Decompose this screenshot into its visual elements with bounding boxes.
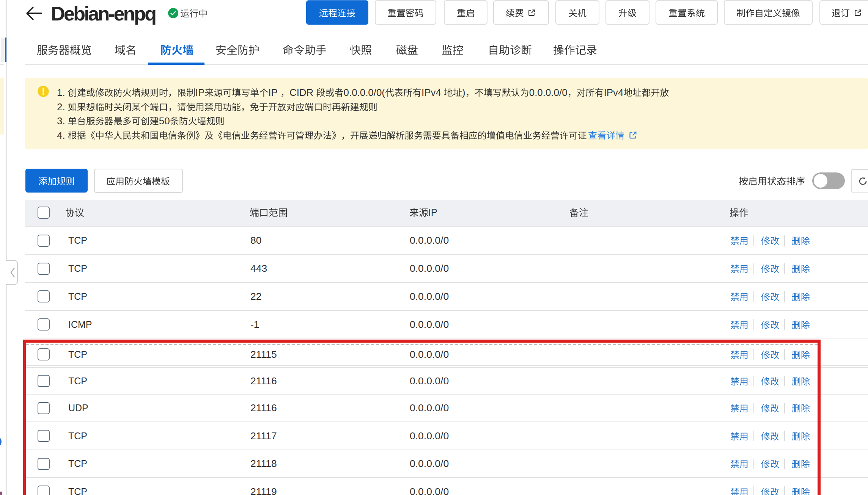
svg-text:IP: IP: [268, 87, 277, 98]
svg-text:IPv4: IPv4: [604, 87, 624, 98]
svg-text:4.: 4.: [57, 130, 65, 141]
svg-text:IP: IP: [195, 87, 204, 98]
svg-text:CIDR: CIDR: [289, 87, 313, 98]
svg-text:3.: 3.: [57, 116, 65, 126]
svg-text:50: 50: [159, 116, 170, 126]
svg-text:1.: 1.: [57, 87, 65, 98]
svg-text:): ): [462, 87, 465, 98]
svg-text:0.0.0.0/0(: 0.0.0.0/0(: [344, 87, 385, 98]
svg-text:IPv4: IPv4: [421, 87, 441, 98]
svg-text:2.: 2.: [57, 102, 65, 112]
svg-text:0.0.0.0/0: 0.0.0.0/0: [529, 87, 568, 98]
